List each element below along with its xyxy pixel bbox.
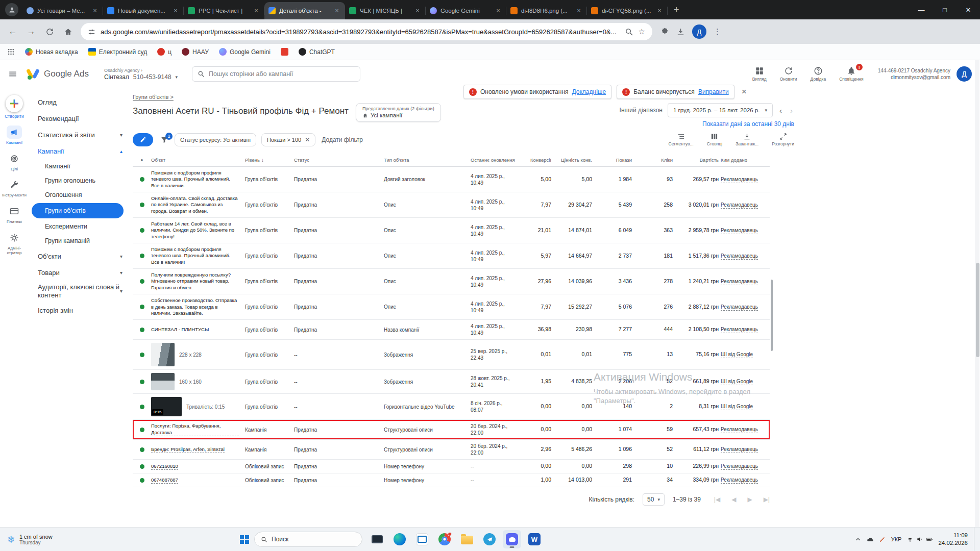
rail-item-goals[interactable]: Цілі xyxy=(2,152,27,172)
telegram-icon[interactable] xyxy=(480,530,499,548)
sidebar-item[interactable]: Кампанії▴ xyxy=(29,143,129,159)
bookmark-item[interactable]: Новая вкладка xyxy=(25,48,78,56)
discord-icon[interactable] xyxy=(503,530,521,548)
browser-tab[interactable]: di-I8D8H6.png (...× xyxy=(506,2,587,19)
close-icon[interactable]: × xyxy=(494,7,502,15)
file-explorer-icon[interactable] xyxy=(458,530,476,548)
sidebar-item[interactable]: Кампанії xyxy=(29,159,129,173)
browser-tab[interactable]: di-CFYQ58.png (...× xyxy=(587,2,668,19)
notice-link[interactable]: Докладніше xyxy=(572,88,606,95)
column-header[interactable]: Ким додано xyxy=(721,157,770,163)
chevron-up-icon[interactable] xyxy=(854,536,862,543)
zoom-icon[interactable] xyxy=(625,28,633,36)
sidebar-item[interactable]: Групи кампаній xyxy=(29,234,129,248)
column-header[interactable]: Статус xyxy=(294,157,384,163)
back-button[interactable]: ← xyxy=(5,24,20,39)
table-row[interactable]: 160 x 160Група об'єктів--Зображення28 жо… xyxy=(133,370,770,394)
sidebar-item[interactable]: Групи оголошень xyxy=(29,173,129,188)
rail-item-campaigns[interactable]: Кампанії xyxy=(2,126,27,145)
menu-icon[interactable] xyxy=(8,69,17,79)
filter-button[interactable]: 2 xyxy=(160,136,168,144)
toolbar-segment-button[interactable]: Сегментув... xyxy=(669,133,694,146)
cloud-icon[interactable] xyxy=(867,536,874,543)
close-icon[interactable]: × xyxy=(655,7,664,15)
browser-tab[interactable]: ЧЕК | МІСЯЦЬ |× xyxy=(345,2,426,19)
table-row[interactable]: 0:15Тривалість: 0:15Група об'єктів--Гори… xyxy=(133,394,770,420)
bookmark-item[interactable]: НААУ xyxy=(182,48,209,56)
address-bar[interactable]: ads.google.com/aw/unifiedassetreport/pma… xyxy=(81,23,652,40)
breadcrumb[interactable]: Групи об'єктів > xyxy=(133,94,174,100)
column-header[interactable]: Рівень↓ xyxy=(245,157,294,163)
apps-grid-icon[interactable] xyxy=(7,48,15,56)
bookmark-item[interactable]: Google Gemini xyxy=(219,48,271,56)
table-row[interactable]: 0672160810Обліковий записПридатнаНомер т… xyxy=(133,460,770,473)
rows-per-page-select[interactable]: 50 ▾ xyxy=(643,493,665,506)
reload-button[interactable] xyxy=(42,24,57,39)
close-icon[interactable]: × xyxy=(172,7,180,15)
column-header[interactable]: Кліки xyxy=(634,157,675,163)
close-icon[interactable]: × xyxy=(575,7,583,15)
table-row[interactable]: Собственное производство. Отправка в ден… xyxy=(133,294,770,320)
downloads-icon[interactable] xyxy=(676,28,685,36)
table-row[interactable]: СИНТЕЗАЛ - ПЛИНТУСЫГрупа об'єктівПридатн… xyxy=(133,320,770,340)
table-scrollbar-thumb[interactable] xyxy=(771,280,773,351)
column-header[interactable]: Об'єкт xyxy=(151,157,245,163)
table-row[interactable]: Поможем с подбором профиля теневого шва.… xyxy=(133,167,770,192)
home-button[interactable] xyxy=(60,24,76,39)
sidebar-item[interactable]: Історія змін xyxy=(29,303,129,319)
browser-tab[interactable]: Деталі об'єкта -× xyxy=(264,2,345,19)
table-row[interactable]: Бренди: Prosilpas, Arfen, SintezalКампан… xyxy=(133,440,770,460)
next-page-button[interactable]: ▶ xyxy=(747,496,752,503)
header-refresh-button[interactable]: Оновити xyxy=(780,66,797,82)
word-icon[interactable]: W xyxy=(525,530,544,548)
close-icon[interactable]: × xyxy=(740,87,749,97)
column-header[interactable]: Вартість xyxy=(675,157,721,163)
close-button[interactable]: ✕ xyxy=(957,0,980,19)
close-icon[interactable]: ✕ xyxy=(305,136,310,143)
minimize-button[interactable]: — xyxy=(910,0,933,19)
browser-menu-icon[interactable]: ⋮ xyxy=(714,27,722,36)
close-icon[interactable]: × xyxy=(413,7,422,15)
browser-profile-icon[interactable] xyxy=(5,3,18,16)
sidebar-item[interactable]: Статистика й звіти▾ xyxy=(29,127,129,143)
next-range-button[interactable]: › xyxy=(789,106,794,115)
previous-page-button[interactable]: ◀ xyxy=(731,496,736,503)
bookmark-item[interactable]: Електронний суд xyxy=(88,48,148,56)
maximize-button[interactable]: □ xyxy=(933,0,957,19)
browser-tab[interactable]: PPC | Чек-лист |× xyxy=(184,2,264,19)
taskbar-search[interactable]: Поиск xyxy=(254,532,362,547)
filter-chip[interactable]: Статус ресурсу: Усі активні xyxy=(175,133,256,146)
sidebar-item[interactable]: Рекомендації xyxy=(29,110,129,127)
bookmark-item[interactable] xyxy=(281,48,288,56)
extensions-icon[interactable] xyxy=(660,28,669,36)
column-header[interactable]: Останнє оновлення xyxy=(471,157,518,163)
header-view-button[interactable]: Вигляд xyxy=(752,66,767,82)
browser-tab[interactable]: Google Gemini× xyxy=(426,2,506,19)
language-indicator[interactable]: УКР xyxy=(891,536,902,542)
previous-range-button[interactable]: ‹ xyxy=(778,106,783,115)
toolbar-expand-button[interactable]: Розгорнути xyxy=(772,133,794,146)
sidebar-item[interactable]: Огляд xyxy=(29,94,129,110)
table-row[interactable]: 0674887887Обліковий записПридатнаНомер т… xyxy=(133,473,770,487)
new-tab-button[interactable]: + xyxy=(668,5,685,15)
pen-icon[interactable] xyxy=(879,536,886,543)
last-page-button[interactable]: ▶| xyxy=(764,496,770,503)
clock[interactable]: 11:09 24.02.2026 xyxy=(938,532,968,547)
sidebar-item[interactable]: Об'єкти▾ xyxy=(29,248,129,264)
column-header[interactable]: Цінність конв. xyxy=(553,157,594,163)
browser-tab[interactable]: Усі товари – Me...× xyxy=(22,2,103,19)
sidebar-item[interactable]: Експерименти xyxy=(29,219,129,234)
column-header[interactable]: Покази xyxy=(594,157,634,163)
date-range-select[interactable]: 1 груд. 2025 р. – 15 лют. 2026 р. ▾ xyxy=(668,103,773,117)
header-notifications-button[interactable]: !Сповіщення xyxy=(839,66,864,82)
chrome-icon[interactable] xyxy=(435,530,454,548)
toolbar-download-button[interactable]: Завантаж... xyxy=(736,133,758,146)
data-view-card[interactable]: Представлення даних (2 фільтри) Усі камп… xyxy=(356,103,441,122)
column-header[interactable]: Конверсії xyxy=(518,157,553,163)
url-text[interactable]: ads.google.com/aw/unifiedassetreport/pma… xyxy=(101,28,620,36)
table-row[interactable]: 228 x 228Група об'єктів--Зображення25 ве… xyxy=(133,340,770,370)
account-switcher[interactable]: Osadchiy Agency › Сінтезал 510-453-9148 … xyxy=(104,68,178,81)
table-row-selected[interactable]: Послуги: Порізка, Фарбування, ДоставкаКа… xyxy=(133,420,770,440)
column-header[interactable]: Тип об'єкта xyxy=(384,157,471,163)
sidebar-item-selected[interactable]: Групи об'єктів xyxy=(32,203,124,218)
